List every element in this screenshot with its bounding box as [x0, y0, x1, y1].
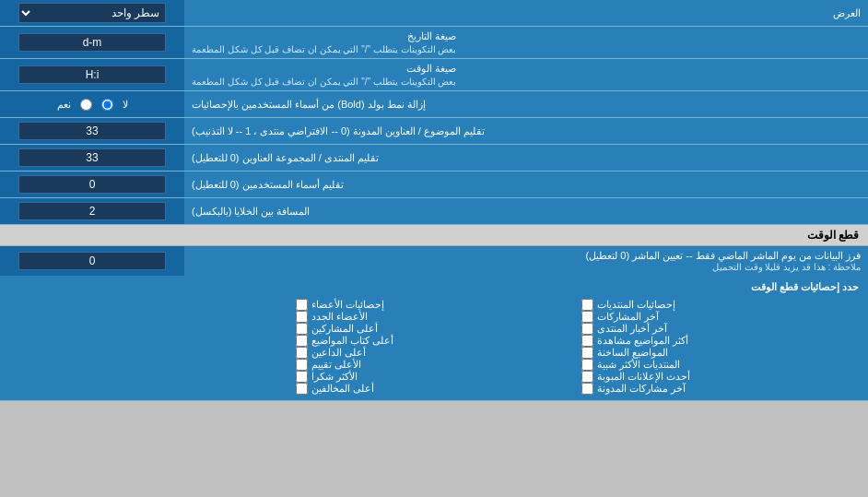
- time-cut-row: فرز البيانات من يوم الماشر الماضي فقط --…: [0, 246, 868, 276]
- forum-limit-input[interactable]: [18, 148, 166, 167]
- checkboxes-header: حدد إحصائيات قطع الوقت: [9, 281, 859, 293]
- cb-top-visitors[interactable]: [296, 383, 308, 395]
- cb-top-viewers[interactable]: [296, 347, 308, 359]
- time-cut-header: قطع الوقت: [0, 225, 868, 246]
- bold-remove-input-area: لا نعم: [0, 91, 184, 117]
- checkboxes-col2: إحصائيات الأعضاء الأعضاء الجدد أعلى المش…: [296, 299, 573, 395]
- cb-top-rated[interactable]: [296, 359, 308, 371]
- cell-spacing-row: المسافة بين الخلايا (بالبكسل): [0, 198, 868, 225]
- list-item: أعلى كتاب المواضيع: [296, 335, 573, 347]
- cell-spacing-label: المسافة بين الخلايا (بالبكسل): [184, 198, 868, 224]
- cb-top-writers[interactable]: [296, 335, 308, 347]
- list-item: أعلى المشاركين: [296, 323, 573, 335]
- cb-similar-forums[interactable]: [581, 359, 593, 371]
- list-item: إحصائيات المنتديات: [581, 299, 859, 311]
- time-format-row: صيغة الوقت بعض التكوينات يتطلب "/" التي …: [0, 59, 868, 91]
- cb-most-viewed[interactable]: [581, 335, 593, 347]
- checkboxes-col1: إحصائيات المنتديات آخر المشاركات آخر أخب…: [581, 299, 859, 395]
- users-limit-input[interactable]: [18, 175, 166, 194]
- cb-last-ads[interactable]: [581, 371, 593, 383]
- checkboxes-grid: إحصائيات المنتديات آخر المشاركات آخر أخب…: [9, 299, 859, 395]
- forum-limit-row: تقليم المنتدى / المجموعة العناوين (0 للت…: [0, 145, 868, 172]
- bold-no-label: لا: [123, 99, 128, 111]
- date-format-input-area: [0, 27, 184, 58]
- subject-limit-label: تقليم الموضوع / العناوين المدونة (0 -- ا…: [184, 118, 868, 144]
- display-select-area: سطر واحدسطرينثلاثة أسطر: [0, 0, 184, 26]
- time-format-input-area: [0, 59, 184, 90]
- bold-no-radio[interactable]: [101, 99, 113, 111]
- cb-last-forum-news[interactable]: [581, 323, 593, 335]
- cb-members-stats[interactable]: [296, 299, 308, 311]
- forum-limit-input-area: [0, 145, 184, 171]
- cb-new-members[interactable]: [296, 311, 308, 323]
- time-cut-input[interactable]: [18, 252, 166, 270]
- list-item: الأعلى تقييم: [296, 359, 573, 371]
- cb-most-thanks[interactable]: [296, 371, 308, 383]
- list-item: المنتديات الأكثر شبية: [581, 359, 859, 371]
- list-item: الأكثر شكرا: [296, 371, 573, 383]
- cell-spacing-input[interactable]: [18, 202, 166, 220]
- users-limit-input-area: [0, 172, 184, 197]
- users-limit-row: تقليم أسماء المستخدمين (0 للتعطيل): [0, 172, 868, 198]
- users-limit-label: تقليم أسماء المستخدمين (0 للتعطيل): [184, 172, 868, 197]
- list-item: آخر مشاركات المدونة: [581, 383, 859, 395]
- bold-remove-radio-group: لا نعم: [50, 99, 135, 111]
- list-item: المواضيع الساخنة: [581, 347, 859, 359]
- cb-last-shares[interactable]: [581, 311, 593, 323]
- list-item: آخر المشاركات: [581, 311, 859, 323]
- subject-limit-input-area: [0, 118, 184, 144]
- cell-spacing-input-area: [0, 198, 184, 224]
- subject-limit-input[interactable]: [18, 122, 166, 140]
- checkboxes-col3: [9, 299, 287, 395]
- date-format-label: صيغة التاريخ بعض التكوينات يتطلب "/" الت…: [184, 27, 868, 58]
- bold-yes-radio[interactable]: [80, 99, 92, 111]
- list-item: أحدث الإعلانات المبوبة: [581, 371, 859, 383]
- forum-limit-label: تقليم المنتدى / المجموعة العناوين (0 للت…: [184, 145, 868, 171]
- cb-top-posters[interactable]: [296, 323, 308, 335]
- cb-last-topics[interactable]: [581, 347, 593, 359]
- date-format-row: صيغة التاريخ بعض التكوينات يتطلب "/" الت…: [0, 27, 868, 59]
- display-label: العرض: [184, 4, 868, 23]
- bold-yes-label: نعم: [57, 99, 71, 111]
- list-item: إحصائيات الأعضاء: [296, 299, 573, 311]
- display-select[interactable]: سطر واحدسطرينثلاثة أسطر: [18, 3, 166, 23]
- cb-last-noted[interactable]: [581, 383, 593, 395]
- date-format-input[interactable]: [18, 33, 166, 52]
- subject-limit-row: تقليم الموضوع / العناوين المدونة (0 -- ا…: [0, 118, 868, 145]
- bold-remove-label: إزالة نمط بولد (Bold) من أسماء المستخدمي…: [184, 91, 868, 117]
- list-item: أكثر المواضيع مشاهدة: [581, 335, 859, 347]
- time-format-label: صيغة الوقت بعض التكوينات يتطلب "/" التي …: [184, 59, 868, 90]
- bold-remove-row: إزالة نمط بولد (Bold) من أسماء المستخدمي…: [0, 91, 868, 118]
- list-item: أعلى الداعين: [296, 347, 573, 359]
- list-item: آخر أخبار المنتدى: [581, 323, 859, 335]
- time-cut-input-area: [0, 246, 184, 276]
- time-format-input[interactable]: [18, 65, 166, 84]
- checkboxes-section: حدد إحصائيات قطع الوقت إحصائيات المنتديا…: [0, 276, 868, 401]
- cb-partners-shares[interactable]: [581, 299, 593, 311]
- list-item: الأعضاء الجدد: [296, 311, 573, 323]
- list-item: أعلى المخالفين: [296, 383, 573, 395]
- time-cut-label: فرز البيانات من يوم الماشر الماضي فقط --…: [184, 246, 868, 276]
